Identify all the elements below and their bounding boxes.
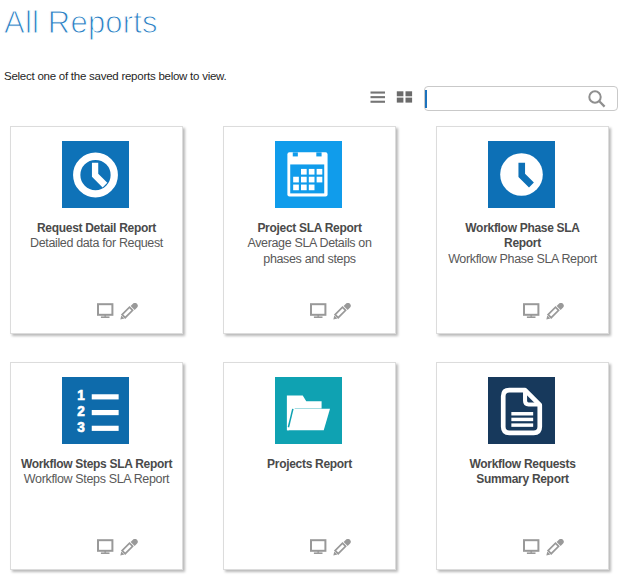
svg-text:3: 3 xyxy=(77,419,85,435)
svg-text:2: 2 xyxy=(77,403,85,419)
svg-text:1: 1 xyxy=(77,387,85,403)
